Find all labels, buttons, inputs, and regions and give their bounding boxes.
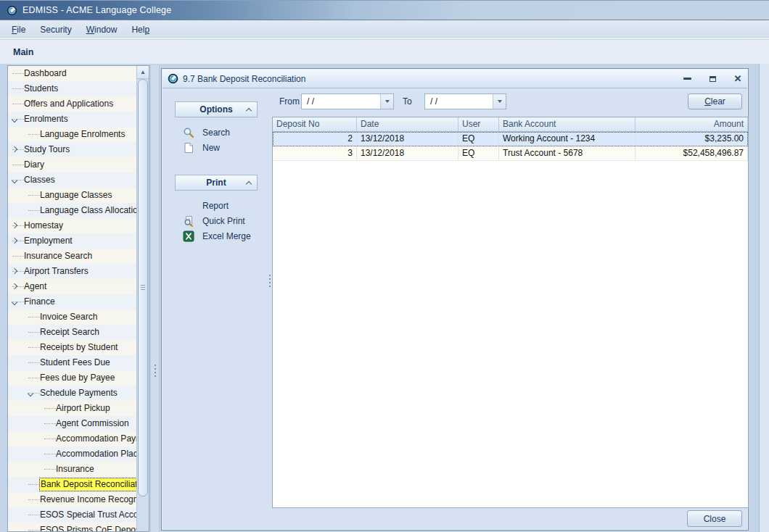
menu-security[interactable]: Security: [33, 22, 78, 37]
sidebar-item-label: Classes: [24, 174, 55, 186]
close-window-button[interactable]: ✕: [733, 74, 743, 84]
expand-icon[interactable]: [12, 283, 17, 289]
column-header-bank-account[interactable]: Bank Account: [499, 117, 636, 131]
sidebar-scrollbar[interactable]: ▲: [136, 66, 149, 531]
quick-print-button[interactable]: Quick Print: [172, 213, 266, 228]
sidebar-item-agent[interactable]: Agent: [8, 279, 137, 294]
search-button[interactable]: Search: [172, 125, 266, 140]
sidebar-item-language-enrolments[interactable]: Language Enrolments: [8, 127, 137, 142]
new-button[interactable]: New: [172, 140, 266, 155]
minimize-button[interactable]: [682, 74, 692, 84]
sidebar-item-diary[interactable]: Diary: [8, 157, 137, 173]
sidebar-item-classes[interactable]: Classes: [8, 173, 137, 188]
report-button[interactable]: Report: [172, 198, 266, 213]
sidebar-item-label: ESOS Prisms CoE Deposit E: [40, 524, 137, 531]
chevron-up-icon: [246, 108, 252, 114]
menu-help[interactable]: Help: [124, 22, 157, 37]
sidebar-item-label: Agent: [24, 280, 46, 293]
collapse-icon[interactable]: [28, 391, 33, 396]
sidebar-item-label: Agent Commission: [56, 417, 129, 430]
child-window-titlebar[interactable]: 9.7 Bank Deposit Reconciliation ✕: [163, 70, 747, 88]
table-row[interactable]: 213/12/2018EQWorking Account - 1234$3,23…: [273, 132, 748, 146]
restore-button[interactable]: [707, 74, 717, 84]
panel-item-label: Quick Print: [202, 216, 245, 226]
page-title: Main: [13, 47, 33, 57]
close-button[interactable]: Close: [687, 510, 742, 527]
sidebar-item-revenue-income-recogniti[interactable]: Revenue Income Recogniti: [8, 492, 137, 507]
menu-file[interactable]: File: [4, 22, 33, 37]
sidebar-item-label: Enrolments: [24, 113, 68, 125]
sidebar-item-bank-deposit-reconciliation[interactable]: Bank Deposit Reconciliation: [8, 477, 137, 492]
panel-header-options[interactable]: Options: [175, 101, 258, 117]
sidebar-item-students[interactable]: Students: [8, 81, 137, 96]
expand-icon[interactable]: [12, 223, 17, 228]
collapse-icon[interactable]: [12, 117, 17, 122]
chevron-up-icon: [246, 181, 252, 187]
sidebar-item-language-classes[interactable]: Language Classes: [8, 188, 137, 203]
column-header-date[interactable]: Date: [357, 117, 458, 131]
sidebar-item-fees-due-by-payee[interactable]: Fees due by Payee: [8, 370, 137, 386]
tree-connector: [28, 499, 40, 500]
cell-deposit-no: 3: [273, 146, 357, 160]
tree-connector: [28, 378, 40, 378]
sidebar-item-finance[interactable]: Finance: [8, 294, 137, 309]
sidebar-item-airport-transfers[interactable]: Airport Transfers: [8, 264, 137, 279]
sidebar-item-agent-commission[interactable]: Agent Commission: [8, 416, 137, 431]
sidebar-item-dashboard[interactable]: Dashboard: [8, 66, 137, 81]
sidebar-item-accommodation-payme[interactable]: Accommodation Payme: [8, 431, 137, 446]
expand-icon[interactable]: [12, 146, 17, 152]
clear-button[interactable]: Clear: [688, 93, 742, 109]
tree-connector: [44, 439, 56, 439]
sidebar-item-receipt-search[interactable]: Receipt Search: [8, 325, 137, 340]
cell-user: EQ: [458, 146, 499, 160]
from-date-dropdown-button[interactable]: [380, 94, 393, 109]
left-panel: OptionsSearchNewPrintReportQuick PrintEx…: [172, 88, 266, 529]
to-date-dropdown-button[interactable]: [493, 94, 506, 109]
scrollbar-thumb[interactable]: [138, 79, 148, 496]
sidebar-item-receipts-by-student[interactable]: Receipts by Student: [8, 340, 137, 355]
sidebar-item-insurance-search[interactable]: Insurance Search: [8, 249, 137, 264]
from-date-input[interactable]: / /: [301, 93, 394, 109]
sidebar-splitter[interactable]: [150, 65, 160, 532]
column-header-deposit-no[interactable]: Deposit No: [273, 117, 357, 131]
panel-item-label: New: [202, 143, 220, 153]
sidebar-item-homestay[interactable]: Homestay: [8, 218, 137, 233]
sidebar-item-language-class-allocation[interactable]: Language Class Allocation: [8, 203, 137, 218]
panel-splitter[interactable]: [269, 275, 271, 289]
sidebar-tree: DashboardStudentsOffers and Applications…: [7, 65, 149, 532]
expand-icon[interactable]: [12, 238, 17, 244]
to-date-input[interactable]: / /: [424, 93, 506, 109]
collapse-icon[interactable]: [12, 178, 17, 183]
sidebar-item-employment[interactable]: Employment: [8, 233, 137, 249]
sidebar-item-accommodation-placem[interactable]: Accommodation Placem: [8, 446, 137, 462]
sidebar-item-offers-and-applications[interactable]: Offers and Applications: [8, 96, 137, 112]
tree-connector: [44, 454, 56, 454]
menu-window[interactable]: Window: [79, 22, 125, 37]
sidebar-item-airport-pickup[interactable]: Airport Pickup: [8, 401, 137, 416]
panel-header-print[interactable]: Print: [175, 175, 258, 191]
sidebar-item-label: Language Enrolments: [40, 128, 125, 141]
sidebar-item-enrolments[interactable]: Enrolments: [8, 112, 137, 127]
expand-icon[interactable]: [12, 268, 17, 274]
scroll-up-icon[interactable]: ▲: [137, 66, 149, 79]
tree-connector: [28, 515, 40, 515]
panel-item-label: Search: [202, 128, 230, 138]
main-content: DashboardStudentsOffers and Applications…: [0, 64, 769, 532]
sidebar-item-esos-prisms-coe-deposit-e[interactable]: ESOS Prisms CoE Deposit E: [8, 523, 137, 531]
sidebar-item-student-fees-due[interactable]: Student Fees Due: [8, 355, 137, 370]
collapse-icon[interactable]: [12, 299, 17, 305]
column-header-amount[interactable]: Amount: [636, 117, 748, 131]
sidebar-item-label: Offers and Applications: [24, 98, 113, 110]
column-header-user[interactable]: User: [458, 117, 499, 131]
panel-item-label: Excel Merge: [202, 231, 251, 241]
sidebar-item-esos-special-trust-accoun[interactable]: ESOS Special Trust Accoun: [8, 507, 137, 523]
sidebar-item-study-tours[interactable]: Study Tours: [8, 142, 137, 157]
from-label: From: [279, 96, 300, 107]
table-row[interactable]: 313/12/2018EQTrust Account - 5678$52,458…: [273, 146, 748, 161]
excel-merge-button[interactable]: Excel Merge: [172, 228, 266, 244]
sidebar-item-insurance[interactable]: Insurance: [8, 462, 137, 477]
sidebar-item-invoice-search[interactable]: Invoice Search: [8, 309, 137, 325]
sidebar-item-label: Receipt Search: [40, 326, 99, 338]
sidebar-item-schedule-payments[interactable]: Schedule Payments: [8, 386, 137, 401]
chevron-down-icon: [498, 100, 502, 103]
